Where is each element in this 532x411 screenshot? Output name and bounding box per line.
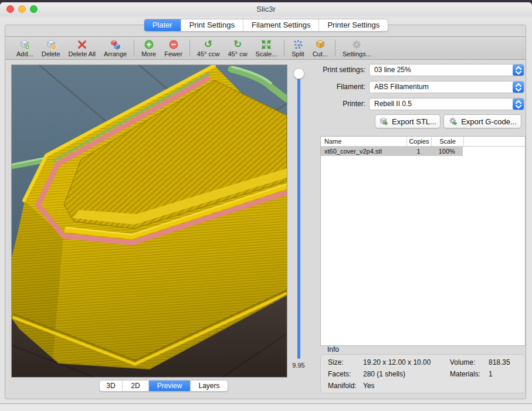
delete-all-button[interactable]: Delete All: [65, 37, 100, 59]
info-group-title: Info: [327, 345, 339, 354]
main-tabstrip: Plater Print Settings Filament Settings …: [0, 19, 532, 32]
print-settings-row: Print settings: 03 line 25%: [5, 64, 527, 76]
scale-arrows-icon: [260, 39, 272, 50]
manifold-value: Yes: [363, 382, 375, 390]
facets-value: 280 (1 shells): [363, 370, 405, 378]
rotate-ccw-button[interactable]: ↺ 45° ccw: [193, 37, 224, 59]
view-tab-preview[interactable]: Preview: [149, 381, 191, 391]
add-button[interactable]: Add...: [12, 37, 38, 59]
column-header-scale[interactable]: Scale: [432, 137, 464, 146]
column-header-copies[interactable]: Copies: [407, 137, 432, 146]
gear-icon: [351, 39, 362, 50]
toolbar-separator: [284, 40, 284, 56]
view-mode-tabs: 3D 2D Preview Layers: [99, 380, 228, 392]
box-minus-icon: [45, 39, 57, 50]
printer-label: Printer:: [343, 100, 365, 108]
chevron-updown-icon: [513, 98, 524, 110]
print-settings-label: Print settings:: [323, 66, 365, 74]
materials-value: 1: [489, 370, 493, 378]
layer-slider-value: 9.95: [285, 362, 312, 369]
green-plus-circle-icon: [143, 39, 155, 50]
gcode-preview-canvas[interactable]: [11, 64, 287, 378]
export-stl-button[interactable]: Export STL...: [375, 114, 440, 128]
filament-select[interactable]: ABS Fillamentum: [369, 81, 524, 93]
delete-button[interactable]: Delete: [38, 37, 65, 59]
red-x-icon: [76, 39, 88, 50]
box-export-icon: [379, 117, 389, 127]
volume-label: Volume:: [450, 358, 475, 366]
red-minus-circle-icon: [168, 39, 179, 50]
toolbar: Add... Delete Delete All Arrange: [5, 36, 526, 60]
volume-value: 818.35: [489, 358, 510, 366]
layer-slider-track[interactable]: [297, 74, 300, 359]
cut-button[interactable]: Cut...: [309, 37, 332, 59]
split-dots-icon: [292, 39, 304, 50]
facets-label: Facets:: [328, 370, 351, 378]
printer-select[interactable]: Rebell II 0.5: [369, 98, 524, 110]
column-header-name[interactable]: Name: [321, 137, 407, 146]
rotate-cw-icon: ↻: [232, 39, 243, 50]
printer-row: Printer: Rebell II 0.5: [5, 98, 527, 110]
tab-filament-settings[interactable]: Filament Settings: [243, 19, 319, 31]
arrange-button[interactable]: Arrange: [100, 37, 131, 59]
more-button[interactable]: More: [137, 37, 160, 59]
print-settings-select[interactable]: 03 line 25%: [369, 64, 524, 76]
toolbar-separator: [189, 40, 190, 56]
settings-button[interactable]: Settings...: [338, 37, 375, 59]
scale-button[interactable]: Scale...: [252, 37, 282, 59]
window-title: Slic3r: [0, 5, 532, 13]
cubes-icon: [110, 39, 121, 50]
view-tab-2d[interactable]: 2D: [123, 381, 149, 391]
view-tab-3d[interactable]: 3D: [100, 381, 123, 391]
title-bar[interactable]: Slic3r: [0, 2, 532, 16]
view-tab-layers[interactable]: Layers: [191, 381, 228, 391]
chevron-updown-icon: [513, 81, 524, 93]
manifold-label: Manifold:: [328, 382, 357, 390]
fewer-button[interactable]: Fewer: [160, 37, 187, 59]
size-value: 19.20 x 12.00 x 10.00: [363, 358, 431, 366]
status-bar: [0, 403, 532, 411]
plater-panel: Add... Delete Delete All Arrange: [5, 25, 526, 399]
cut-box-icon: [314, 39, 326, 50]
tab-segmented-control: Plater Print Settings Filament Settings …: [144, 19, 389, 32]
split-button[interactable]: Split: [287, 37, 308, 59]
rotate-cw-button[interactable]: ↻ 45° cw: [223, 37, 251, 59]
box-plus-icon: [19, 39, 31, 50]
toolbar-separator: [335, 40, 336, 56]
slic3r-window: Slic3r Plater Print Settings Filament Se…: [0, 2, 532, 411]
preview-scene: [12, 65, 287, 377]
info-box: Size: 19.20 x 12.00 x 10.00 Volume: 818.…: [320, 354, 526, 393]
tab-printer-settings[interactable]: Printer Settings: [319, 19, 388, 31]
tab-print-settings[interactable]: Print Settings: [181, 19, 243, 31]
object-table: Name Copies Scale xt60_cover_v2p4.stl 1 …: [320, 136, 526, 346]
table-row[interactable]: xt60_cover_v2p4.stl 1 100%: [321, 147, 463, 156]
filament-row: Filament: ABS Fillamentum: [5, 81, 527, 93]
toolbar-separator: [134, 40, 134, 56]
filament-label: Filament:: [337, 83, 365, 91]
materials-label: Materials:: [450, 370, 480, 378]
tab-plater[interactable]: Plater: [144, 19, 181, 31]
rotate-ccw-icon: ↺: [202, 39, 214, 50]
export-gcode-button[interactable]: Export G-code...: [443, 114, 521, 128]
object-table-header: Name Copies Scale: [321, 137, 525, 147]
chevron-updown-icon: [513, 64, 524, 76]
gear-export-icon: [448, 117, 458, 127]
size-label: Size:: [328, 358, 344, 366]
